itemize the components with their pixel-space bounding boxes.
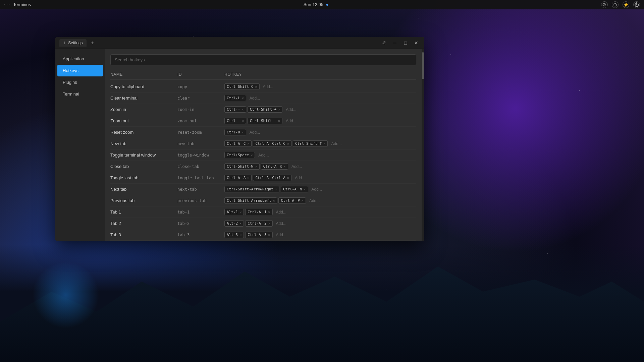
table-row: Zoom in zoom-in Ctrl-= ✕ Ctrl-Shift-+ ✕ … — [110, 104, 416, 115]
add-hotkey-button[interactable]: Add... — [274, 209, 288, 215]
row-hotkeys: Alt-2 ✕ Ctrl-A 2 ✕ Add... — [224, 220, 416, 227]
remove-hotkey-button[interactable]: ✕ — [273, 199, 275, 202]
battery-icon[interactable]: ⚡ — [623, 1, 629, 8]
add-hotkey-button[interactable]: Add... — [261, 84, 275, 90]
hotkey-badge: Ctrl-A K ✕ — [261, 163, 288, 170]
remove-hotkey-button[interactable]: ✕ — [255, 85, 257, 88]
row-hotkeys: Ctrl-Shift-ArrowRight ✕ Ctrl-A N ✕ Add..… — [224, 186, 416, 192]
search-input[interactable] — [110, 54, 416, 65]
add-hotkey-button[interactable]: Add... — [293, 175, 307, 181]
table-header: Name ID Hotkey — [110, 71, 416, 80]
remove-hotkey-button[interactable]: ✕ — [304, 187, 306, 191]
row-name: Reset zoom — [110, 130, 177, 135]
row-hotkeys: Ctrl-Shift-W ✕ Ctrl-A K ✕ Add... — [224, 163, 416, 170]
power-icon[interactable]: ⏻ — [633, 1, 640, 8]
hotkey-badge: Ctrl-L ✕ — [224, 95, 246, 101]
remove-hotkey-button[interactable]: ✕ — [242, 96, 244, 100]
scrollbar-thumb[interactable] — [422, 52, 424, 79]
add-hotkey-button[interactable]: Add... — [289, 164, 304, 170]
minimize-button[interactable]: ─ — [391, 39, 399, 47]
remove-hotkey-button[interactable]: ✕ — [268, 222, 270, 225]
topbar-left: ··· Terminus — [4, 2, 31, 8]
hotkey-key: Ctrl-Shift-- — [250, 119, 276, 123]
remove-hotkey-button[interactable]: ✕ — [278, 119, 280, 123]
add-hotkey-button[interactable]: Add... — [248, 95, 262, 101]
hotkey-badge: Ctrl+Space ✕ — [224, 152, 255, 158]
hotkey-key: 1 — [264, 210, 267, 214]
row-name: Copy to clipboard — [110, 84, 177, 89]
remove-hotkey-button[interactable]: ✕ — [242, 108, 244, 111]
remove-hotkey-button[interactable]: ✕ — [247, 176, 249, 180]
remove-hotkey-button[interactable]: ✕ — [323, 142, 325, 145]
add-hotkey-button[interactable]: Add... — [274, 221, 288, 227]
hotkey-key: Ctrl-A — [227, 141, 240, 146]
app-name-label: Terminus — [13, 2, 31, 7]
row-name: Previous tab — [110, 198, 177, 203]
remove-hotkey-button[interactable]: ✕ — [275, 187, 277, 191]
sidebar-item-application[interactable]: Application — [57, 53, 103, 65]
add-tab-button[interactable]: + — [89, 40, 95, 46]
remove-hotkey-button[interactable]: ✕ — [239, 233, 241, 237]
remove-hotkey-button[interactable]: ✕ — [284, 165, 286, 168]
hotkey-key: Ctrl-0 — [227, 130, 240, 134]
row-id: toggle-last-tab — [177, 176, 224, 180]
hotkey-key: Ctrl-A — [281, 198, 294, 203]
add-hotkey-button[interactable]: Add... — [310, 186, 324, 192]
remove-hotkey-button[interactable]: ✕ — [268, 210, 270, 214]
app-menu-icon[interactable]: ··· — [4, 2, 10, 8]
row-name: New tab — [110, 141, 177, 146]
remove-hotkey-button[interactable]: ✕ — [242, 130, 244, 134]
remove-hotkey-button[interactable]: ✕ — [287, 176, 289, 180]
remove-hotkey-button[interactable]: ✕ — [255, 165, 257, 168]
row-name: Toggle terminal window — [110, 153, 177, 158]
maximize-button[interactable]: □ — [401, 39, 410, 47]
sidebar-item-plugins[interactable]: Plugins — [57, 76, 103, 88]
add-hotkey-button[interactable]: Add... — [284, 118, 298, 124]
remove-hotkey-button[interactable]: ✕ — [302, 199, 304, 202]
remove-hotkey-button[interactable]: ✕ — [247, 142, 249, 145]
hotkey-key: Ctrl-A — [227, 176, 240, 180]
settings-icon[interactable]: ⚙ — [601, 1, 608, 8]
hotkey-key: C — [244, 141, 246, 146]
sidebar-item-terminal[interactable]: Terminal — [57, 88, 103, 100]
sidebar-item-hotkeys[interactable]: Hotkeys — [57, 65, 103, 76]
table-row: Reset zoom reset-zoom Ctrl-0 ✕ Add... — [110, 127, 416, 138]
table-row: Tab 2 tab-2 Alt-2 ✕ Ctrl-A 2 ✕ — [110, 218, 416, 229]
tab-number: 1 — [63, 41, 65, 45]
table-row: Toggle last tab toggle-last-tab Ctrl-A A… — [110, 172, 416, 184]
remove-hotkey-button[interactable]: ✕ — [239, 210, 241, 214]
close-button[interactable]: ✕ — [412, 39, 420, 47]
titlebar-controls: ⚟ ─ □ ✕ — [380, 39, 420, 47]
hotkey-key: Ctrl-= — [227, 107, 240, 112]
wifi-icon[interactable]: ⊙ — [612, 1, 619, 8]
add-hotkey-button[interactable]: Add... — [284, 107, 298, 113]
hotkey-badge: Ctrl-A C ✕ — [224, 140, 252, 147]
remove-hotkey-button[interactable]: ✕ — [278, 108, 280, 111]
remove-hotkey-button[interactable]: ✕ — [239, 222, 241, 225]
row-id: reset-zoom — [177, 130, 224, 135]
add-hotkey-button[interactable]: Add... — [274, 232, 288, 238]
add-hotkey-button[interactable]: Add... — [307, 198, 322, 204]
row-name: Tab 3 — [110, 232, 177, 237]
hotkey-key: Ctrl-L — [227, 96, 240, 100]
remove-hotkey-button[interactable]: ✕ — [268, 233, 270, 237]
row-id: copy — [177, 84, 224, 89]
hotkey-key: Ctrl-A — [248, 221, 261, 226]
table-row: Tab 3 tab-3 Alt-3 ✕ Ctrl-A 3 ✕ — [110, 229, 416, 241]
add-hotkey-button[interactable]: Add... — [248, 129, 262, 135]
filter-button[interactable]: ⚟ — [380, 39, 388, 47]
hotkey-badge: Ctrl-Shift-T ✕ — [293, 140, 328, 147]
settings-tab[interactable]: 1 Settings — [59, 39, 87, 47]
hotkey-badge: Alt-3 ✕ — [224, 232, 244, 238]
remove-hotkey-button[interactable]: ✕ — [287, 142, 289, 145]
row-hotkeys: Alt-1 ✕ Ctrl-A 1 ✕ Add... — [224, 209, 416, 215]
add-hotkey-button[interactable]: Add... — [256, 152, 271, 158]
remove-hotkey-button[interactable]: ✕ — [251, 153, 253, 157]
remove-hotkey-button[interactable]: ✕ — [242, 119, 244, 123]
hotkey-badge: Ctrl-Shift-- ✕ — [248, 118, 283, 124]
add-hotkey-button[interactable]: Add... — [329, 141, 343, 147]
row-hotkeys: Ctrl+Space ✕ Add... — [224, 152, 416, 158]
scrollbar-track[interactable] — [422, 49, 424, 241]
hotkey-badge: Ctrl-A P ✕ — [278, 197, 306, 204]
row-name: Close tab — [110, 164, 177, 169]
